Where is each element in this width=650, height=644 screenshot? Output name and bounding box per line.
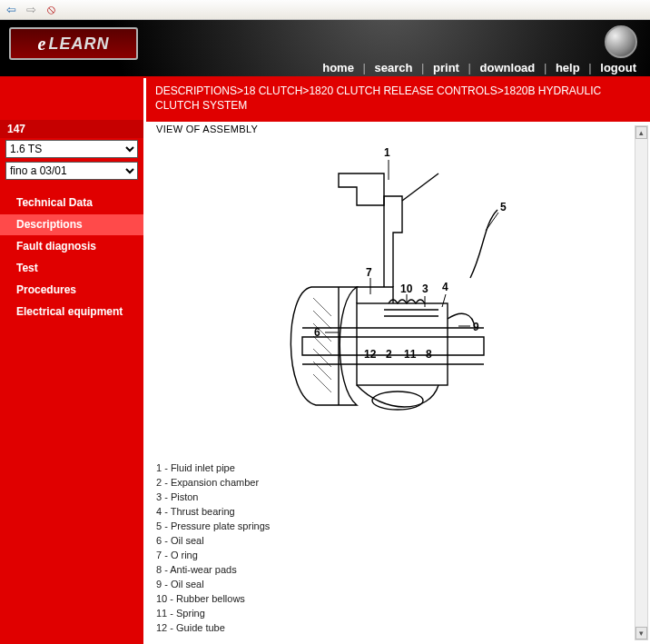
sidebar-item-test[interactable]: Test [0,258,143,280]
section-nav: Technical Data Descriptions Fault diagno… [0,193,143,323]
stop-icon[interactable]: ⦸ [44,3,58,17]
nav-print[interactable]: print [430,61,462,74]
logo-e: e [38,34,47,54]
browser-toolbar: ⇦ ⇨ ⦸ [0,0,650,20]
sidebar-item-fault-diagnosis[interactable]: Fault diagnosis [0,236,143,258]
nav-search[interactable]: search [372,61,416,74]
parts-list-item: 4 - Thrust bearing [156,505,630,520]
content-body: VIEW OF ASSEMBLY [143,122,650,644]
svg-line-10 [486,213,498,231]
nav-help[interactable]: help [553,61,583,74]
sidebar-item-procedures[interactable]: Procedures [0,280,143,302]
parts-list-item: 12 - Guide tube [156,621,630,636]
nav-logout[interactable]: logout [597,61,639,74]
parts-list-item: 6 - Oil seal [156,534,630,549]
logo-text: LEARN [48,35,109,54]
diagram-label-5: 5 [500,201,507,213]
nav-sep: | [541,61,549,74]
nav-sep: | [359,61,368,74]
diagram-label-10: 10 [400,282,413,295]
scroll-down-icon[interactable]: ▾ [635,627,647,639]
forward-icon: ⇨ [24,3,38,17]
svg-line-15 [442,294,446,307]
vehicle-selects: 1.6 TS fino a 03/01 [0,138,143,191]
parts-list-item: 8 - Anti-wear pads [156,563,630,578]
app-header: eLEARN home | search | print | download … [0,20,650,78]
diagram-label-9: 9 [473,321,479,333]
nav-sep: | [419,61,427,74]
sidebar: 147 1.6 TS fino a 03/01 Technical Data D… [0,78,143,644]
content-column: DESCRIPTIONS>18 CLUTCH>1820 CLUTCH RELEA… [143,78,650,644]
nav-download[interactable]: download [478,61,538,74]
diagram-label-4: 4 [442,281,448,293]
parts-list-item: 2 - Expansion chamber [156,476,630,490]
parts-list-item: 7 - O ring [156,549,630,563]
diagram-label-11: 11 [404,348,417,361]
parts-list-item: 1 - Fluid inlet pipe [156,461,630,476]
scrollbar[interactable]: ▴ ▾ [635,125,648,640]
scroll-up-icon[interactable]: ▴ [635,126,647,139]
diagram-label-3: 3 [422,282,428,295]
breadcrumb: DESCRIPTIONS>18 CLUTCH>1820 CLUTCH RELEA… [143,78,650,122]
parts-list-item: 11 - Spring [156,607,630,621]
assembly-diagram: 1 5 6 7 10 3 4 9 12 2 11 8 [248,142,538,451]
nav-home[interactable]: home [320,61,357,74]
diagram-label-2: 2 [386,348,392,361]
sidebar-item-descriptions[interactable]: Descriptions [0,214,143,236]
parts-list-item: 3 - Piston [156,490,630,505]
parts-list-item: 5 - Pressure plate springs [156,520,630,534]
parts-list-item: 10 - Rubber bellows [156,592,630,607]
brand-badge-icon [605,25,637,58]
nav-sep: | [586,61,594,74]
nav-sep: | [466,61,474,74]
diagram-label-8: 8 [426,348,432,361]
parts-list: 1 - Fluid inlet pipe 2 - Expansion chamb… [156,461,630,635]
diagram-label-6: 6 [314,326,320,339]
vehicle-model-label: 147 [0,120,143,138]
main-area: 147 1.6 TS fino a 03/01 Technical Data D… [0,78,650,644]
diagram-label-1: 1 [384,146,390,159]
sidebar-item-technical-data[interactable]: Technical Data [0,193,143,214]
back-icon[interactable]: ⇦ [4,3,18,17]
range-select[interactable]: fino a 03/01 [5,162,138,180]
diagram-label-12: 12 [364,348,377,361]
diagram-label-7: 7 [366,266,372,279]
assembly-diagram-wrap: 1 5 6 7 10 3 4 9 12 2 11 8 [156,142,630,451]
page-title: VIEW OF ASSEMBLY [156,124,630,134]
engine-select[interactable]: 1.6 TS [5,140,138,158]
parts-list-item: 9 - Oil seal [156,578,630,592]
sidebar-item-electrical-equipment[interactable]: Electrical equipment [0,302,143,323]
elearn-logo: eLEARN [9,27,138,60]
top-nav: home | search | print | download | help … [320,61,639,74]
